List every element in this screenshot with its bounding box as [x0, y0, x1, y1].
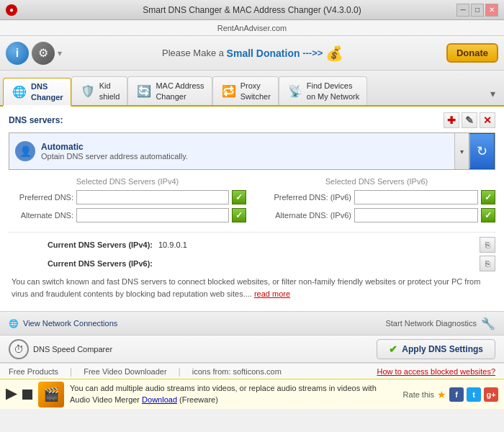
add-dns-button[interactable]: ✚ [444, 112, 459, 128]
copy-ipv4-button[interactable]: ⎘ [480, 237, 495, 253]
network-connections-icon: 🌐 [9, 319, 19, 328]
preferred-dns-check[interactable]: ✓ [232, 190, 246, 204]
tab-mac-address[interactable]: 🔄 MAC AddressChanger [127, 76, 212, 105]
alternate-dns-row: Alternate DNS: ✓ [9, 208, 246, 222]
delete-dns-button[interactable]: ✕ [480, 112, 495, 128]
rate-this-label: Rate this [403, 390, 434, 399]
alternate-ipv6-input[interactable] [354, 208, 478, 222]
dns-server-avatar: 👤 [15, 141, 35, 161]
preferred-dns-label: Preferred DNS: [9, 193, 73, 202]
read-more-link[interactable]: read more [254, 289, 290, 298]
url-bar: RentAnAdviser.com [0, 20, 504, 36]
apply-dns-bar: ⏱ DNS Speed Comparer ✔ Apply DNS Setting… [0, 336, 504, 363]
dns-server-content: 👤 Automatic Optain DNS server address au… [9, 133, 454, 169]
current-ipv4-label: Current DNS Servers (IPv4): [9, 240, 153, 249]
how-to-link[interactable]: How to access blocked websites? [377, 367, 495, 376]
small-donation-text: Small Donation [227, 48, 300, 59]
window-title: Smart DNS Changer & MAC Address Changer … [143, 5, 361, 15]
free-video-link[interactable]: Free Video Downloader [84, 367, 166, 376]
restore-button[interactable]: □ [471, 4, 484, 17]
tab-proxy-label: ProxySwitcher [240, 81, 271, 102]
donate-button[interactable]: Donate [446, 43, 498, 63]
kid-shield-icon: 🛡️ [79, 83, 96, 100]
preferred-ipv6-check[interactable]: ✓ [481, 190, 495, 204]
alternate-ipv6-label: Alternate DNS: (IPv6) [258, 211, 351, 220]
preferred-ipv6-row: Preferred DNS: (IPv6) ✓ [258, 190, 495, 204]
tabs-wrapper: 🌐 DNSChanger 🛡️ Kidshield 🔄 MAC AddressC… [3, 76, 367, 105]
dns-server-box: 👤 Automatic Optain DNS server address au… [9, 132, 495, 170]
current-ipv4-value: 10.9.0.1 [158, 240, 474, 249]
tab-proxy-switcher[interactable]: 🔁 ProxySwitcher [212, 76, 279, 105]
dns-speed-comparer[interactable]: ⏱ DNS Speed Comparer [9, 339, 112, 359]
dns-server-name: Automatic [41, 142, 449, 152]
googleplus-button[interactable]: g+ [484, 387, 498, 402]
tabs-bar: 🌐 DNSChanger 🛡️ Kidshield 🔄 MAC AddressC… [0, 71, 504, 107]
icons-from-text: icons from: softicons.com [192, 367, 282, 376]
apply-dns-label: Apply DNS Settings [402, 344, 483, 354]
title-bar: ● Smart DNS Changer & MAC Address Change… [0, 0, 504, 20]
edit-dns-button[interactable]: ✎ [462, 112, 477, 128]
tab-dns-changer[interactable]: 🌐 DNSChanger [3, 78, 71, 107]
settings-arrow: ▾ [58, 48, 62, 58]
play-button[interactable] [6, 389, 17, 400]
audio-controls [6, 389, 32, 400]
diagnostics-label: Start Network Diagnostics [385, 319, 477, 328]
preferred-ipv6-label: Preferred DNS: (IPv6) [258, 193, 351, 202]
alternate-ipv6-check[interactable]: ✓ [481, 208, 495, 222]
view-network-connections[interactable]: 🌐 View Network Connections [9, 319, 117, 328]
refresh-icon: ↻ [477, 143, 487, 159]
find-devices-icon: 📡 [287, 83, 304, 100]
tab-dns-label: DNSChanger [31, 81, 63, 102]
dns-ipv4-col: Selected DNS Servers (IPv4) Preferred DN… [9, 177, 246, 226]
app-logo: ● [6, 4, 17, 16]
alternate-dns-check[interactable]: ✓ [232, 208, 246, 222]
dns-servers-label: DNS servers: [9, 115, 63, 125]
close-button[interactable]: ✕ [485, 4, 498, 17]
toolbar: i ⚙ ▾ Please Make a Small Donation --->>… [0, 36, 504, 71]
proxy-icon: 🔁 [220, 83, 238, 100]
bottom-toolbar: 🌐 View Network Connections Start Network… [0, 311, 504, 336]
stop-button[interactable] [22, 390, 32, 400]
facebook-button[interactable]: f [449, 387, 464, 402]
network-connections-label: View Network Connections [23, 319, 117, 328]
tab-mac-label: MAC AddressChanger [156, 81, 204, 102]
current-dns-section: Current DNS Servers (IPv4): 10.9.0.1 ⎘ C… [9, 232, 495, 271]
alternate-dns-label: Alternate DNS: [9, 211, 73, 220]
copy-ipv6-button[interactable]: ⎘ [480, 256, 495, 271]
tab-scroll-arrow[interactable]: ▾ [485, 82, 501, 105]
info-button[interactable]: i [6, 42, 29, 65]
info-text: You can switch known and fast DNS server… [9, 276, 495, 300]
preferred-ipv6-input[interactable] [354, 190, 478, 204]
bottom-strip: 🎬 You can add multiple audio streams int… [0, 379, 504, 409]
tab-kid-shield[interactable]: 🛡️ Kidshield [71, 76, 128, 105]
download-link[interactable]: Download [142, 395, 177, 404]
video-merger-icon: 🎬 [38, 382, 64, 408]
preferred-dns-input[interactable] [76, 190, 229, 204]
ipv4-col-header: Selected DNS Servers (IPv4) [9, 177, 246, 186]
minimize-button[interactable]: ─ [456, 4, 469, 17]
donation-arrow: --->> [302, 48, 323, 58]
toolbar-left: i ⚙ ▾ [6, 42, 62, 65]
apply-dns-button[interactable]: ✔ Apply DNS Settings [377, 339, 495, 359]
rate-section: Rate this ★ f t g+ [403, 387, 498, 402]
settings-button[interactable]: ⚙ [32, 42, 55, 65]
tab-find-devices[interactable]: 📡 Find Deviceson My Network [279, 76, 367, 105]
dns-dropdown-arrow[interactable]: ▾ [454, 133, 469, 169]
alternate-dns-input[interactable] [76, 208, 229, 222]
ipv6-col-header: Selected DNS Servers (IPv6) [258, 177, 495, 186]
strip-text: You can add multiple audio streams into … [70, 383, 397, 405]
dns-refresh-button[interactable]: ↻ [469, 133, 495, 169]
free-products-link[interactable]: Free Products [9, 367, 58, 376]
twitter-button[interactable]: t [467, 387, 481, 402]
dns-inputs-section: Selected DNS Servers (IPv4) Preferred DN… [9, 177, 495, 226]
preferred-dns-row: Preferred DNS: ✓ [9, 190, 246, 204]
tab-kid-label: Kidshield [99, 81, 120, 102]
start-network-diagnostics[interactable]: Start Network Diagnostics 🔧 [385, 317, 495, 330]
dns-changer-icon: 🌐 [11, 84, 28, 101]
dns-ipv6-col: Selected DNS Servers (IPv6) Preferred DN… [258, 177, 495, 226]
donation-area: Please Make a Small Donation --->> 💰 [68, 45, 441, 62]
tab-find-label: Find Deviceson My Network [307, 81, 359, 102]
dns-server-desc: Optain DNS server address automatically. [41, 152, 449, 161]
current-ipv6-row: Current DNS Servers (IPv6): ⎘ [9, 256, 495, 271]
speed-comparer-label: DNS Speed Comparer [33, 345, 112, 354]
